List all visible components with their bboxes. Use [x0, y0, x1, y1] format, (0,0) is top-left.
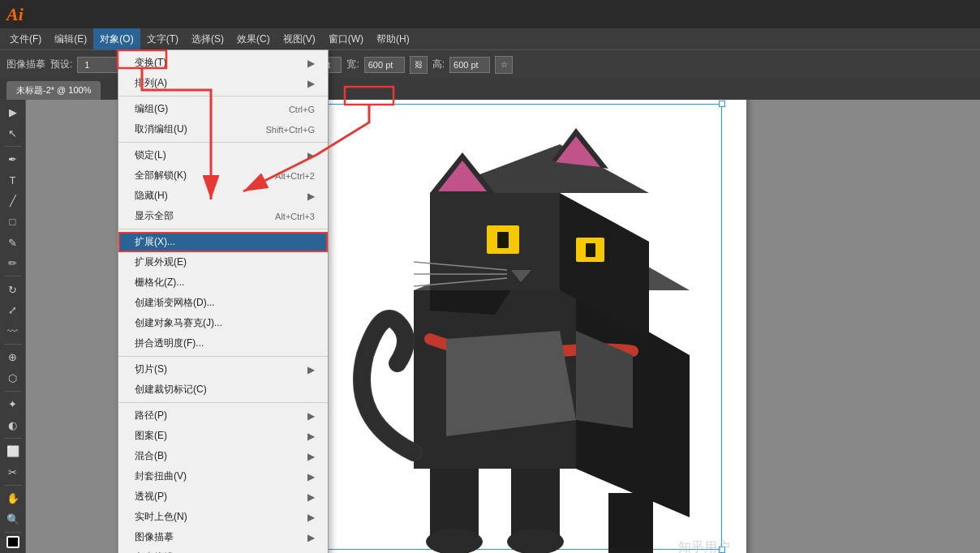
h-label: 高: — [432, 58, 445, 71]
menu-object[interactable]: 对象(O) — [93, 28, 140, 49]
menu-unlock-all[interactable]: 全部解锁(K) Alt+Ctrl+2 — [118, 165, 328, 186]
hand-tool[interactable]: ✋ — [2, 489, 24, 508]
eyedropper-tool[interactable]: ✦ — [2, 395, 24, 414]
menu-slice[interactable]: 切片(S) ▶ — [118, 359, 328, 379]
menu-window[interactable]: 窗口(W) — [322, 28, 370, 49]
menu-blend[interactable]: 混合(B) ▶ — [118, 446, 328, 466]
select-tool[interactable]: ▶ — [2, 103, 24, 122]
direct-select-tool[interactable]: ↖ — [2, 124, 24, 144]
app-logo: Ai — [6, 4, 24, 25]
menu-effect[interactable]: 效果(C) — [230, 28, 277, 49]
tool-sep-7 — [4, 532, 22, 533]
menu-show-all[interactable]: 显示全部 Alt+Ctrl+3 — [118, 206, 328, 226]
menu-ungroup[interactable]: 取消编组(U) Shift+Ctrl+G — [118, 119, 328, 139]
slice-tool[interactable]: ✂ — [2, 463, 24, 482]
warp-tool[interactable]: 〰 — [2, 321, 24, 341]
tool-sep-2 — [4, 276, 22, 276]
svg-rect-20 — [608, 493, 653, 554]
rotate-tool[interactable]: ↻ — [2, 280, 24, 299]
svg-point-22 — [507, 529, 564, 554]
svg-rect-13 — [586, 243, 595, 257]
constrain-icon[interactable]: ⛓ — [410, 56, 428, 74]
menu-path[interactable]: 路径(P) ▶ — [118, 405, 328, 426]
preset-label: 预设: — [50, 58, 72, 71]
w-label: 宽: — [346, 58, 359, 71]
menu-bar: 文件(F) 编辑(E) 对象(O) 文字(T) 选择(S) 效果(C) 视图(V… — [0, 28, 980, 49]
menu-file[interactable]: 文件(F) — [3, 28, 48, 49]
menu-select[interactable]: 选择(S) — [185, 28, 230, 49]
main-area: ▶ ↖ ✒ T ╱ □ ✎ ✏ ↻ ⤢ 〰 ⊕ ⬡ ✦ ◐ ⬜ ✂ ✋ 🔍 — [0, 100, 980, 553]
menu-view[interactable]: 视图(V) — [277, 28, 322, 49]
menu-lock[interactable]: 锁定(L) ▶ — [118, 145, 328, 165]
line-tool[interactable]: ╱ — [2, 191, 24, 211]
paintbrush-tool[interactable]: ✎ — [2, 233, 24, 252]
tool-sep-1 — [4, 146, 22, 147]
rect-tool[interactable]: □ — [2, 212, 24, 232]
fill-color[interactable] — [6, 536, 19, 548]
menu-rasterize[interactable]: 栅格化(Z)... — [118, 272, 328, 293]
scale-tool[interactable]: ⤢ — [2, 301, 24, 320]
menu-group-5: 切片(S) ▶ 创建裁切标记(C) — [118, 357, 328, 403]
menu-expand[interactable]: 扩展(X)... — [118, 232, 328, 252]
handle-tr[interactable] — [719, 101, 725, 107]
title-bar: Ai — [0, 0, 980, 28]
menu-group-6: 路径(P) ▶ 图案(E) ▶ 混合(B) ▶ 封套扭曲(V) ▶ — [118, 403, 328, 553]
svg-marker-26 — [446, 331, 576, 436]
type-tool[interactable]: T — [2, 171, 24, 191]
menu-text-wrap[interactable]: 文本绕排(W) ▶ — [118, 547, 328, 553]
menu-create-object-mosaic[interactable]: 创建对象马赛克(J)... — [118, 313, 328, 333]
w-input[interactable] — [364, 57, 405, 73]
menu-live-paint[interactable]: 实时上色(N) ▶ — [118, 507, 328, 527]
menu-envelope-distort[interactable]: 封套扭曲(V) ▶ — [118, 466, 328, 487]
more-options-icon[interactable]: ☆ — [495, 56, 513, 74]
left-toolbar: ▶ ↖ ✒ T ╱ □ ✎ ✏ ↻ ⤢ 〰 ⊕ ⬡ ✦ ◐ ⬜ ✂ ✋ 🔍 — [0, 100, 26, 553]
menu-perspective[interactable]: 透视(P) ▶ — [118, 487, 328, 507]
tool-sep-4 — [4, 391, 22, 392]
artboard-tool[interactable]: ⬜ — [2, 442, 24, 461]
pen-tool[interactable]: ✒ — [2, 150, 24, 169]
tool-sep-6 — [4, 485, 22, 486]
pencil-tool[interactable]: ✏ — [2, 254, 24, 273]
menu-group-2: 编组(G) Ctrl+G 取消编组(U) Shift+Ctrl+G — [118, 100, 328, 143]
menu-group-3: 锁定(L) ▶ 全部解锁(K) Alt+Ctrl+2 隐藏(H) ▶ 显示全部 … — [118, 143, 328, 229]
menu-edit[interactable]: 编辑(E) — [48, 28, 93, 49]
menu-text[interactable]: 文字(T) — [140, 28, 185, 49]
menu-group-4: 扩展(X)... 扩展外观(E) 栅格化(Z)... 创建渐变网格(D)... … — [118, 229, 328, 357]
svg-point-21 — [426, 529, 483, 554]
document-tab[interactable]: 未标题-2* @ 100% — [6, 81, 101, 100]
menu-help[interactable]: 帮助(H) — [370, 28, 416, 49]
menu-pattern[interactable]: 图案(E) ▶ — [118, 426, 328, 446]
menu-flatten-transparency[interactable]: 拼合透明度(F)... — [118, 333, 328, 354]
h-input[interactable] — [449, 57, 490, 73]
tool-sep-3 — [4, 344, 22, 345]
blend-tool[interactable]: ◐ — [2, 416, 24, 435]
object-dropdown-menu[interactable]: 变换(T) ▶ 排列(A) ▶ 编组(G) Ctrl+G 取消编组(U — [118, 100, 329, 553]
image-trace-label: 图像描摹 — [6, 58, 45, 71]
menu-image-trace[interactable]: 图像描摹 ▶ — [118, 527, 328, 547]
menu-expand-appearance[interactable]: 扩展外观(E) — [118, 252, 328, 272]
cat-illustration — [268, 112, 738, 554]
zoom-tool[interactable]: 🔍 — [2, 510, 24, 529]
tool-sep-5 — [4, 438, 22, 439]
menu-create-trim-marks[interactable]: 创建裁切标记(C) — [118, 379, 328, 400]
menu-hide[interactable]: 隐藏(H) ▶ — [118, 186, 328, 206]
shape-builder-tool[interactable]: ⊕ — [2, 348, 24, 367]
svg-rect-12 — [497, 232, 509, 248]
canvas-area[interactable]: 知乎用户 变换(T) ▶ 排列(A) ▶ — [26, 100, 980, 553]
menu-create-gradient-mesh[interactable]: 创建渐变网格(D)... — [118, 293, 328, 313]
watermark: 知乎用户 — [678, 539, 730, 554]
artboard: 知乎用户 — [260, 100, 746, 553]
live-paint-tool[interactable]: ⬡ — [2, 368, 24, 388]
menu-group[interactable]: 编组(G) Ctrl+G — [118, 100, 328, 119]
